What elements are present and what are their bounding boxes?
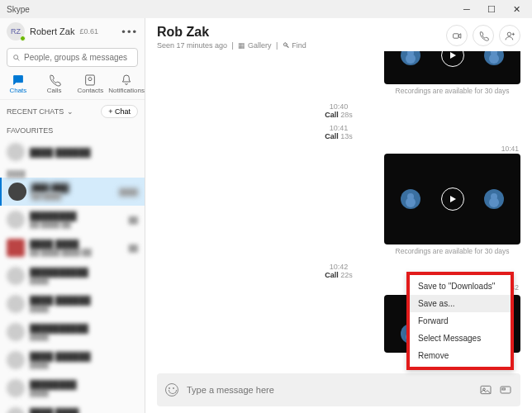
svg-rect-2 <box>86 75 95 85</box>
recording-note: Recordings are available for 30 days <box>384 244 520 260</box>
message-composer <box>157 373 520 406</box>
recent-chats-label[interactable]: RECENT CHATS <box>7 107 64 116</box>
svg-rect-9 <box>502 388 505 390</box>
recording-thumbnail[interactable] <box>384 154 520 244</box>
chat-icon <box>12 74 25 87</box>
chevron-down-icon[interactable]: ⌄ <box>67 107 74 116</box>
list-item[interactable]: ████ ████████ <box>0 402 145 413</box>
menu-save-downloads[interactable]: Save to "Downloads" <box>410 278 511 295</box>
image-icon <box>479 383 492 396</box>
nav-calls[interactable]: Calls <box>38 74 71 94</box>
svg-point-5 <box>507 32 511 36</box>
phone-icon <box>478 31 489 41</box>
play-button[interactable] <box>441 188 464 211</box>
presence-indicator <box>20 36 26 41</box>
svg-line-1 <box>17 59 19 60</box>
list-item[interactable]: ████ ██████████ <box>0 346 145 374</box>
participant-avatar <box>484 189 504 209</box>
window-titlebar: Skype ─ ☐ ✕ <box>0 0 532 18</box>
message-input[interactable] <box>187 385 479 395</box>
recent-chats-header: RECENT CHATS ⌄ + Chat <box>0 100 145 123</box>
recording-note: Recordings are available for 30 days <box>384 84 520 100</box>
user-avatar: RZ <box>7 22 25 40</box>
search-container <box>0 45 145 70</box>
add-person-icon <box>505 31 515 41</box>
window-minimize[interactable]: ─ <box>454 0 479 18</box>
attach-media-button[interactable] <box>479 383 492 396</box>
menu-select-messages[interactable]: Select Messages <box>410 330 511 347</box>
chat-meta: Seen 17 minutes ago | ▦ Gallery | 🔍︎ Fin… <box>157 41 446 50</box>
nav-chats[interactable]: Chats <box>2 74 35 94</box>
context-menu: Save to "Downloads" Save as... Forward S… <box>406 272 514 370</box>
participant-avatar <box>401 189 420 209</box>
video-call-button[interactable] <box>446 25 468 46</box>
call-event: 10:41 Call 13s <box>157 121 520 143</box>
emoji-button[interactable] <box>165 383 178 396</box>
audio-call-button[interactable] <box>473 25 494 46</box>
message-timestamp: 10:41 <box>501 143 520 154</box>
svg-point-3 <box>88 78 92 81</box>
list-item-selected[interactable]: ███ █████ ████████ <box>0 178 145 206</box>
menu-remove[interactable]: Remove <box>410 347 511 364</box>
video-icon <box>452 31 463 41</box>
nav-contacts[interactable]: Contacts <box>74 74 107 94</box>
window-maximize[interactable]: ☐ <box>479 0 504 18</box>
chat-list[interactable]: ████ ██████ ████ ███ █████ ████████ ████… <box>0 138 145 413</box>
contacts-icon <box>83 74 97 87</box>
svg-rect-4 <box>453 33 458 37</box>
window-close[interactable]: ✕ <box>504 0 529 18</box>
list-item[interactable]: ██████████ ████ ████ <box>0 206 145 234</box>
window-title: Skype <box>3 5 454 14</box>
list-item[interactable]: ██████████████ <box>0 262 145 290</box>
svg-point-0 <box>14 55 18 59</box>
attach-file-button[interactable] <box>499 383 512 396</box>
card-icon <box>499 383 512 396</box>
chat-header: Rob Zak Seen 17 minutes ago | ▦ Gallery … <box>145 18 532 51</box>
bell-icon <box>120 74 133 87</box>
chat-contact-name: Rob Zak <box>157 25 446 40</box>
list-item[interactable]: ████ ██████ ████ ████ ████ <box>0 234 145 262</box>
gallery-link[interactable]: Gallery <box>248 41 272 50</box>
nav-notifications[interactable]: Notifications <box>110 74 143 94</box>
phone-icon <box>48 74 61 87</box>
participant-avatar <box>484 51 504 65</box>
search-icon <box>12 53 21 63</box>
call-event: 10:40 Call 28s <box>157 100 520 121</box>
play-button[interactable] <box>441 51 464 67</box>
add-participant-button[interactable] <box>499 25 520 46</box>
more-menu-icon[interactable]: ••• <box>121 26 138 38</box>
search-input[interactable] <box>21 50 132 64</box>
chat-main: Rob Zak Seen 17 minutes ago | ▦ Gallery … <box>145 18 532 413</box>
favourites-label: FAVOURITES <box>0 123 145 138</box>
seen-label: Seen 17 minutes ago <box>157 41 227 50</box>
new-chat-button[interactable]: + Chat <box>101 105 138 118</box>
nav-tabs: Chats Calls Contacts Notifications <box>0 70 145 100</box>
participant-avatar <box>401 51 420 65</box>
list-item[interactable]: ████ ██████████ <box>0 290 145 318</box>
list-item[interactable]: ████ ██████ <box>0 138 145 166</box>
user-credit: £0.61 <box>79 27 98 36</box>
user-name: Robert Zak <box>30 26 74 36</box>
menu-forward[interactable]: Forward <box>410 312 511 330</box>
menu-save-as[interactable]: Save as... <box>410 295 511 312</box>
list-item[interactable]: ██████████████ <box>0 318 145 346</box>
list-item[interactable]: ████████████ <box>0 374 145 402</box>
sidebar: RZ Robert Zak £0.61 ••• Chats Calls <box>0 18 145 413</box>
user-initials: RZ <box>11 27 21 36</box>
recording-thumbnail[interactable] <box>384 51 520 84</box>
find-icon: 🔍︎ <box>283 41 290 50</box>
find-link[interactable]: Find <box>292 41 306 50</box>
current-user-row[interactable]: RZ Robert Zak £0.61 ••• <box>0 18 145 45</box>
gallery-icon: ▦ <box>238 41 245 50</box>
